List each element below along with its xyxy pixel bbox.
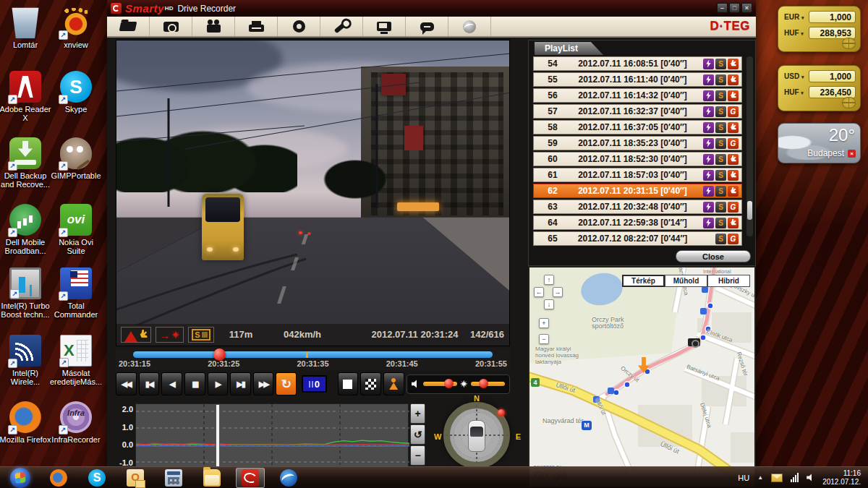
close-button[interactable]: × xyxy=(741,3,752,13)
app-window[interactable]: Smarty HD Drive Recorder –□× D·TEG xyxy=(107,0,756,488)
map-left-button[interactable]: ← xyxy=(534,287,544,297)
volume-knob[interactable] xyxy=(444,379,454,388)
taskbar-start-button[interactable] xyxy=(6,468,35,488)
reset-button[interactable]: ↺ xyxy=(410,424,425,445)
graph-y-label: 2.0 xyxy=(116,405,133,414)
volume-tray-icon[interactable] xyxy=(807,474,814,481)
playlist-row[interactable]: 632012.07.11 20:32:48 [0′40″]SG xyxy=(533,200,742,214)
graph-cursor[interactable] xyxy=(216,404,220,468)
playlist-row[interactable]: 552012.07.11 16:11:40 [0′40″]S xyxy=(533,72,742,87)
desktop-icon-excel[interactable]: X↗MásolateredetijeMás... xyxy=(46,335,106,386)
playlist-row[interactable]: 582012.07.11 16:37:05 [0′40″]S xyxy=(533,120,742,134)
tray-expand-icon[interactable]: ▲ xyxy=(757,474,763,481)
seek-track[interactable] xyxy=(133,351,493,358)
mosaic-button[interactable] xyxy=(360,372,381,395)
step-back-button[interactable]: ◀ xyxy=(161,372,182,395)
rewind-button[interactable]: ◀◀ xyxy=(116,372,137,395)
stop-button[interactable] xyxy=(338,372,359,395)
maximize-button[interactable]: □ xyxy=(729,3,740,13)
playlist-scrollbar[interactable] xyxy=(746,56,753,236)
graph-plot[interactable] xyxy=(135,403,409,468)
language-indicator[interactable]: HU xyxy=(738,474,749,482)
repeat-button[interactable]: ↻ xyxy=(276,372,297,395)
desktop-icon-totalcmd[interactable]: ↗TotalCommander xyxy=(46,267,106,319)
event-icon xyxy=(703,218,714,228)
desktop-icon-gimp[interactable]: ↗GIMPPortable xyxy=(46,137,106,180)
toolbar-wrench-button[interactable] xyxy=(320,17,363,36)
playlist-row[interactable]: 562012.07.11 16:14:32 [0′40″]S xyxy=(533,88,742,103)
taskbar-firefox-button[interactable] xyxy=(44,468,73,488)
network-signal-icon[interactable] xyxy=(791,473,799,482)
close-button[interactable]: Close xyxy=(676,250,751,262)
brightness-slider[interactable] xyxy=(471,382,505,386)
map-type-térkép-button[interactable]: Térkép xyxy=(622,275,665,287)
playlist-row[interactable]: 612012.07.11 18:57:03 [0′40″]S xyxy=(533,168,742,182)
scrollbar-thumb[interactable] xyxy=(747,201,752,220)
pause-button[interactable]: ▮▮ xyxy=(184,372,205,395)
taskbar-smarty-button[interactable] xyxy=(236,468,265,488)
toolbar-video-button[interactable] xyxy=(192,17,235,36)
desktop-icon-ovi[interactable]: ovi↗Nokia OviSuite xyxy=(46,204,106,255)
graph-series xyxy=(136,404,409,468)
map-type-műhold-button[interactable]: Műhold xyxy=(665,275,707,287)
playlist-tab[interactable]: PlayList xyxy=(535,42,603,55)
playlist-row[interactable]: 622012.07.11 20:31:15 [0′40″]S xyxy=(533,184,742,198)
toolbar-disc-button[interactable] xyxy=(278,17,320,36)
zoom-out-button[interactable]: − xyxy=(410,445,425,466)
playlist-row[interactable]: 652012.07.12 08:22:07 [0′44″]SG xyxy=(533,231,742,246)
play-button[interactable]: ▶ xyxy=(208,372,229,395)
playlist-row[interactable]: 542012.07.11 16:08:51 [0′40″]S xyxy=(533,56,742,71)
driver-button[interactable] xyxy=(383,372,404,395)
desktop-icon-skype[interactable]: S↗Skype xyxy=(46,71,106,114)
taskbar-calc-button[interactable] xyxy=(159,468,188,488)
playlist-row[interactable]: 642012.07.11 22:59:38 [0′14″]S xyxy=(533,215,742,230)
desktop-icon-xnview[interactable]: ↗xnview xyxy=(46,7,106,49)
go-start-button[interactable]: ▮◀ xyxy=(139,372,160,395)
timeline-tick-label: 20:31:55 xyxy=(475,359,507,368)
sos-icon: S xyxy=(715,234,726,244)
toolbar-snapshot-button[interactable] xyxy=(150,17,192,36)
currency-gadget-usd[interactable]: USD ▾1,000HUF ▾236,450 xyxy=(778,65,861,111)
dropdown-arrow-icon[interactable]: ▾ xyxy=(801,90,804,95)
toolbar-globe-button[interactable] xyxy=(448,17,491,36)
taskbar-outlook-button[interactable]: O xyxy=(121,468,150,488)
playlist-row-icons: S xyxy=(694,122,741,133)
taskbar-folder-button[interactable] xyxy=(197,468,226,488)
taskbar-skype-button[interactable]: S xyxy=(82,468,111,488)
map-down-button[interactable]: ↓ xyxy=(544,299,554,309)
seek-timeline[interactable]: 20:31:1520:31:2520:31:3520:31:4520:31:55 xyxy=(116,348,510,370)
clock[interactable]: 11:16 2012.07.12. xyxy=(822,469,861,487)
toolbar-chat-button[interactable] xyxy=(406,17,448,36)
toolbar-open-button[interactable] xyxy=(107,17,150,36)
map-type-hibrid-button[interactable]: Hibrid xyxy=(707,275,750,287)
fast-forward-button[interactable]: ▶▶ xyxy=(253,372,274,395)
video-viewport[interactable]: → S 117m 042km/h 2012.07.11 20:31:24 142… xyxy=(116,40,510,346)
zoom-in-button[interactable]: + xyxy=(410,403,425,424)
weather-gadget[interactable]: 20°Budapest× xyxy=(778,123,861,163)
map-up-button[interactable]: ↑ xyxy=(544,275,554,285)
taskbar-earth-button[interactable] xyxy=(274,468,303,488)
desktop-icon-infra[interactable]: Infra↗InfraRecorder xyxy=(46,401,106,444)
shortcut-arrow-icon: ↗ xyxy=(59,30,68,40)
volume-slider[interactable] xyxy=(423,382,457,386)
minimize-button[interactable]: – xyxy=(717,3,728,13)
dropdown-arrow-icon[interactable]: ▾ xyxy=(801,31,804,36)
currency-gadget-eur[interactable]: EUR ▾1,000HUF ▾288,953 xyxy=(778,6,861,52)
brightness-knob[interactable] xyxy=(479,379,488,388)
dropdown-arrow-icon[interactable]: ▾ xyxy=(801,15,804,20)
map-zoom-out-button[interactable]: − xyxy=(539,334,549,344)
toolbar-print-button[interactable] xyxy=(235,17,278,36)
osd-distance: 117m xyxy=(219,329,263,340)
app-titlebar[interactable]: Smarty HD Drive Recorder –□× xyxy=(107,0,756,17)
toolbar-display-button[interactable] xyxy=(363,17,406,36)
mail-tray-icon[interactable] xyxy=(771,474,783,482)
map-right-button[interactable]: → xyxy=(553,287,563,297)
event-glyph xyxy=(706,92,712,100)
dropdown-arrow-icon[interactable]: ▾ xyxy=(801,74,804,80)
map-panel[interactable]: Orczy ParksportöltözőMagyar királyihonvé… xyxy=(528,266,756,488)
playlist-row[interactable]: 602012.07.11 18:52:30 [0′40″]S xyxy=(533,152,742,166)
go-end-button[interactable]: ▶▮ xyxy=(230,372,251,395)
playlist-row[interactable]: 572012.07.11 16:32:37 [0′40″]SG xyxy=(533,104,742,119)
map-zoom-in-button[interactable]: + xyxy=(539,318,549,328)
playlist-row[interactable]: 592012.07.11 18:35:23 [0′40″]SG xyxy=(533,136,742,150)
